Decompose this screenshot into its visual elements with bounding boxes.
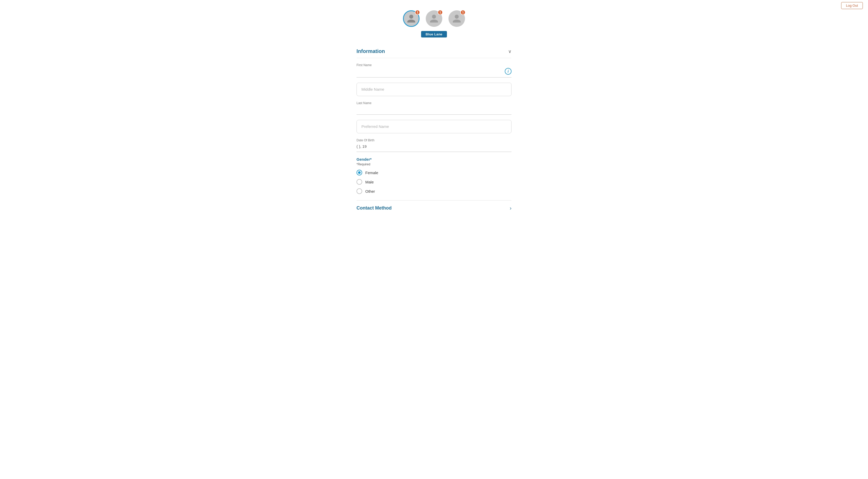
blue-lane-badge: Blue Lane — [421, 31, 447, 37]
last-name-input[interactable] — [356, 106, 512, 112]
gender-option-male[interactable]: Male — [356, 179, 512, 185]
avatar-row: 1 1 1 — [403, 10, 465, 27]
information-section: Information ∨ First Name i Last Name — [356, 45, 512, 213]
gender-option-other[interactable]: Other — [356, 188, 512, 194]
contact-method-row[interactable]: Contact Method › — [356, 201, 512, 213]
last-name-underline — [356, 106, 512, 115]
avatar-2-badge: 1 — [438, 10, 443, 15]
gender-label-female: Female — [365, 171, 378, 175]
gender-section: Gender* *Required Female Male Other — [356, 157, 512, 194]
avatar-1-wrapper[interactable]: 1 — [403, 10, 420, 27]
first-name-underline: i — [356, 68, 512, 78]
first-name-input[interactable] — [356, 69, 503, 75]
gender-radio-female[interactable] — [356, 170, 362, 175]
avatar-3-wrapper[interactable]: 1 — [448, 10, 465, 27]
chevron-right-icon: › — [510, 205, 512, 211]
gender-label-other: Other — [365, 189, 375, 193]
middle-name-input[interactable] — [362, 87, 506, 91]
last-name-group: Last Name — [356, 101, 512, 115]
logout-button[interactable]: Log Out — [841, 2, 863, 9]
user-icon-3 — [452, 14, 462, 24]
preferred-name-input[interactable] — [362, 124, 506, 129]
avatar-1-badge: 1 — [415, 10, 420, 15]
gender-label-male: Male — [365, 180, 374, 184]
avatar-2-wrapper[interactable]: 1 — [426, 10, 442, 27]
information-title: Information — [356, 48, 385, 54]
user-icon-1 — [406, 14, 416, 24]
first-name-info-icon[interactable]: i — [505, 68, 512, 75]
information-header[interactable]: Information ∨ — [356, 45, 512, 58]
first-name-label: First Name — [356, 63, 512, 67]
last-name-label: Last Name — [356, 101, 512, 105]
first-name-group: First Name i — [356, 63, 512, 78]
user-icon-2 — [429, 14, 439, 24]
dob-label: Date Of Birth — [356, 139, 512, 142]
avatar-3-badge: 1 — [460, 10, 466, 15]
middle-name-box — [356, 83, 512, 96]
gender-title: Gender* — [356, 157, 512, 161]
gender-required-note: *Required — [356, 162, 512, 166]
preferred-name-box — [356, 120, 512, 133]
dob-group: Date Of Birth ( ), 19 — [356, 139, 512, 152]
gender-radio-other[interactable] — [356, 188, 362, 194]
dob-value: ( ), 19 — [356, 143, 512, 150]
chevron-down-icon: ∨ — [508, 49, 512, 54]
contact-method-title: Contact Method — [356, 205, 392, 211]
gender-radio-male[interactable] — [356, 179, 362, 185]
gender-option-female[interactable]: Female — [356, 170, 512, 175]
